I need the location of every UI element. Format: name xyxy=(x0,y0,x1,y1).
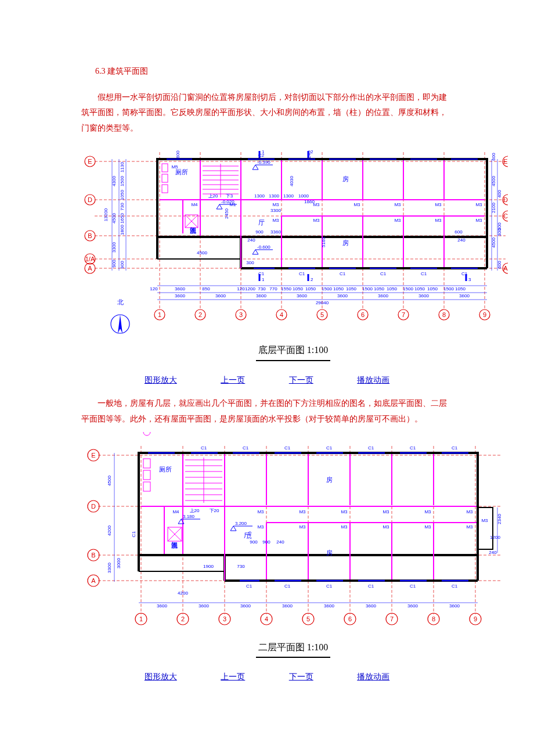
d-3360b: 3300 xyxy=(270,208,281,213)
axis2-A: A xyxy=(91,577,96,584)
d2-900a: 900 xyxy=(250,539,258,545)
m3g: M3 xyxy=(272,218,279,223)
c1b1b: C1 xyxy=(246,584,252,589)
d-bay1: 3600 xyxy=(175,293,185,298)
ax2-9: 9 xyxy=(474,615,477,622)
axis-D: D xyxy=(88,196,92,203)
elev-1: -0.390 xyxy=(257,160,270,165)
axis-4: 4 xyxy=(280,311,283,318)
next-link-2[interactable]: 下一页 xyxy=(289,672,313,681)
axis-E: E xyxy=(88,158,92,165)
d-850: 850 xyxy=(202,286,210,291)
dt-600: 600 xyxy=(175,150,181,159)
axis-8: 8 xyxy=(442,311,446,318)
dv-1050: 1050 xyxy=(120,190,125,200)
d2-1900: 1900 xyxy=(203,564,214,569)
d-1050f: 1050 xyxy=(387,286,397,291)
d-900i: 900 xyxy=(255,229,264,235)
c1b3: C1 xyxy=(340,271,346,276)
axis-1: 1 xyxy=(158,311,161,318)
dvr-2100: 2100 xyxy=(491,203,496,213)
d-1500b: 1500 xyxy=(362,286,373,291)
north-arrow-icon xyxy=(111,315,129,333)
m3c: M3 xyxy=(353,202,360,207)
next-link[interactable]: 下一页 xyxy=(289,376,313,384)
d-1860: 1860 xyxy=(304,199,315,204)
d-bay7: 3600 xyxy=(418,293,429,298)
link-row-1: 图形放大 上一页 下一页 播放动画 xyxy=(81,373,453,388)
m3-2e: M3 xyxy=(424,509,431,514)
d-120b: 120 xyxy=(237,286,245,291)
c1left: C1 xyxy=(131,531,136,537)
d-5160: 5160 xyxy=(321,237,326,247)
d-1500c: 1500 xyxy=(403,286,413,291)
dvr2-240: 240 xyxy=(489,550,497,555)
zoom-link-2[interactable]: 图形放大 xyxy=(145,672,177,681)
m3k: M3 xyxy=(475,218,482,223)
d2-730: 730 xyxy=(237,564,245,569)
elev-3: -0.600 xyxy=(257,244,270,250)
c1b4b: C1 xyxy=(368,584,374,589)
d-1050: 1050 xyxy=(293,286,303,291)
play-link-2[interactable]: 播放动画 xyxy=(357,672,389,681)
d-4030: 4030 xyxy=(289,176,294,186)
axis-C-r: C xyxy=(503,213,508,219)
c1t3: C1 xyxy=(284,445,291,451)
dvr-400: 400 xyxy=(497,190,502,198)
d-1000i: 1000 xyxy=(298,193,309,199)
m3-2h: M3 xyxy=(299,524,306,530)
dvr2-2340: 2340 xyxy=(497,513,502,524)
d2-240b: 240 xyxy=(247,531,252,539)
axis-D-r: D xyxy=(503,196,508,203)
d-1050d: 1050 xyxy=(346,286,356,291)
dv2-3000: 3000 xyxy=(116,557,121,568)
prev-link-2[interactable]: 上一页 xyxy=(221,672,245,681)
axis2-E: E xyxy=(91,452,95,459)
play-link[interactable]: 播放动画 xyxy=(357,376,389,384)
m3-2c: M3 xyxy=(341,509,348,514)
ax2-2: 2 xyxy=(181,615,185,622)
dt-240: 240 xyxy=(306,150,312,159)
svg-rect-152 xyxy=(143,459,150,468)
d-600i: 600 xyxy=(454,229,463,235)
dv2-4500: 4500 xyxy=(107,475,112,485)
elev2-1: 3.180 xyxy=(183,514,195,519)
axis2-D: D xyxy=(91,503,96,510)
axis-A-r: A xyxy=(503,265,508,272)
axis2-B: B xyxy=(91,552,95,559)
c1t6: C1 xyxy=(410,445,416,451)
m1: M1 xyxy=(229,202,236,207)
m3f: M3 xyxy=(475,202,482,207)
c1t5: C1 xyxy=(368,445,374,451)
d-1050i: 1050 xyxy=(455,286,466,291)
axis-E-r: E xyxy=(503,158,507,165)
d-bay5: 3600 xyxy=(337,293,348,298)
d-240j: 240 xyxy=(457,237,466,243)
north-label: 北 xyxy=(117,298,124,305)
axis-6: 6 xyxy=(361,311,365,318)
prev-link[interactable]: 上一页 xyxy=(221,376,245,384)
dv-1500: 1500 xyxy=(120,176,125,186)
figure-ground-floor-plan: E D B 1/A A E D C A 1 2 3 4 5 6 7 8 9 xyxy=(58,141,528,361)
section-title: 6.3 建筑平面图 xyxy=(81,64,453,80)
s2-up: 上20 xyxy=(190,508,200,513)
zoom-link[interactable]: 图形放大 xyxy=(145,376,177,384)
ax2-7: 7 xyxy=(390,615,394,622)
m3-2d: M3 xyxy=(383,509,389,514)
svg-rect-154 xyxy=(143,482,150,491)
paragraph-2: 一般地，房屋有几层，就应画出几个平面图，并在图的下方注明相应的图名，如底层平面图… xyxy=(81,396,453,427)
c1b2: C1 xyxy=(299,271,305,276)
d-1050c: 1050 xyxy=(333,286,344,291)
dv-900b: 900 xyxy=(120,261,125,269)
d2-bay2: 3600 xyxy=(199,603,209,609)
d-1050e: 1050 xyxy=(374,286,384,291)
c1b2b: C1 xyxy=(284,584,291,589)
d-4500i: 4500 xyxy=(197,250,207,255)
axis-2: 2 xyxy=(199,311,202,318)
m3-balcony: M3 xyxy=(481,518,488,523)
d2-4200b: 4200 xyxy=(178,591,188,596)
s2-down: 下20 xyxy=(210,508,219,513)
m4b: M4 xyxy=(172,509,179,514)
figure2-caption: 二层平面图 1:100 xyxy=(256,639,330,658)
section-number: 6.3 xyxy=(95,67,106,75)
